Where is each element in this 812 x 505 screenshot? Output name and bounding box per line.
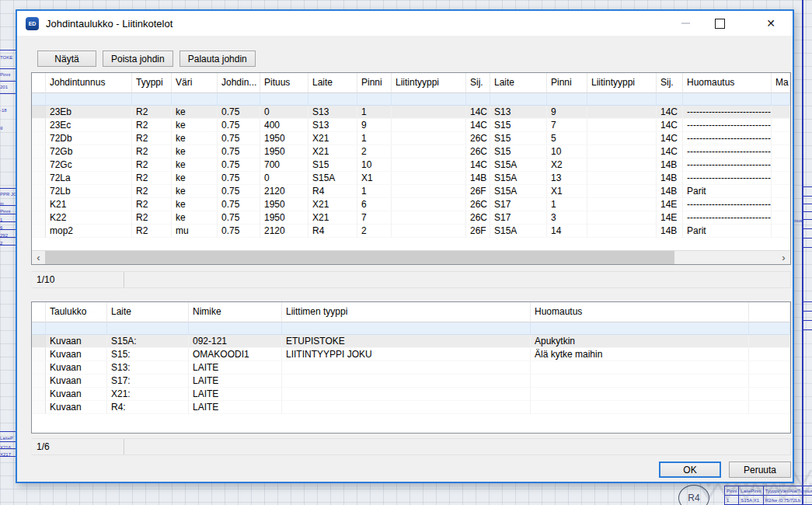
show-button[interactable]: Näytä	[37, 50, 96, 67]
column-header[interactable]: Liitintyyppi	[392, 73, 466, 93]
row-selector[interactable]	[32, 374, 46, 388]
column-header[interactable]: Pinni	[357, 73, 392, 93]
scrollbar-thumb[interactable]	[45, 251, 674, 264]
column-header[interactable]: Laite	[490, 73, 547, 93]
filter-cell[interactable]	[683, 93, 772, 106]
table-row[interactable]: 72DbR2ke0.751950X21126CS15514C----------…	[32, 132, 790, 145]
filter-cell[interactable]	[32, 322, 46, 335]
filter-cell[interactable]	[749, 322, 790, 335]
filter-cell[interactable]	[490, 93, 547, 106]
column-header[interactable]: Pituus	[260, 73, 308, 93]
column-header[interactable]: Liitintyyppi	[587, 73, 657, 93]
scroll-right-icon[interactable]: ›	[777, 251, 790, 264]
column-header[interactable]: Liittimen tyyppi	[282, 302, 531, 322]
column-header[interactable]: Johdin...	[218, 73, 260, 93]
scrollbar-track[interactable]	[45, 251, 777, 264]
column-header[interactable]: Laite	[308, 73, 357, 93]
table-row[interactable]: KuvaanS13:LAITE	[32, 361, 790, 374]
row-selector[interactable]	[32, 132, 46, 145]
titlebar[interactable]: ED Johdintaulukko - Liitinkotelot ✕	[17, 11, 793, 36]
cell: 0.75	[218, 119, 260, 132]
row-selector[interactable]	[32, 211, 46, 225]
cad-text-fragment: LaiteP	[0, 435, 16, 441]
close-button[interactable]: ✕	[754, 11, 788, 36]
cell	[772, 211, 790, 225]
row-selector[interactable]	[32, 145, 46, 158]
filter-cell[interactable]	[218, 93, 260, 106]
column-header[interactable]: Laite	[107, 302, 189, 322]
table-row[interactable]: KuvaanS15A:092-121ETUPISTOKEApukytkin	[32, 335, 790, 348]
filter-cell[interactable]	[32, 93, 46, 106]
filter-cell[interactable]	[657, 93, 683, 106]
row-selector[interactable]	[32, 119, 46, 132]
filter-cell[interactable]	[357, 93, 392, 106]
filter-cell[interactable]	[772, 93, 790, 106]
column-header[interactable]: Taulukko	[46, 302, 107, 322]
filter-cell[interactable]	[189, 322, 282, 335]
table-row[interactable]: KuvaanS17:LAITE	[32, 374, 790, 388]
filter-cell[interactable]	[308, 93, 357, 106]
column-header[interactable]: Tyyppi	[132, 73, 172, 93]
cell	[772, 145, 790, 158]
column-header[interactable]: Huomautus	[531, 302, 749, 322]
maximize-button[interactable]	[702, 11, 737, 36]
table-row[interactable]: 23EbR2ke0.750S13114CS13914C-------------…	[32, 106, 790, 119]
table-row[interactable]: K22R2ke0.751950X21726CS17314E-----------…	[32, 211, 790, 225]
column-header[interactable]: Huomautus	[683, 73, 772, 93]
column-header[interactable]: Väri	[172, 73, 218, 93]
ok-button[interactable]: OK	[659, 461, 721, 478]
cell: 14C	[657, 119, 683, 132]
filter-cell[interactable]	[46, 93, 132, 106]
filter-cell[interactable]	[531, 322, 749, 335]
table-row[interactable]: K21R2ke0.751950X21626CS17114E-----------…	[32, 198, 790, 211]
column-header[interactable]: Sij.	[466, 73, 490, 93]
column-header[interactable]: Nimike	[189, 302, 282, 322]
table-row[interactable]: 23EcR2ke0.75400S13914CS15714C-----------…	[32, 119, 790, 132]
minimize-button[interactable]	[668, 11, 702, 36]
table-row[interactable]: 72GcR2ke0.75700S151014CS15AX214B--------…	[32, 158, 790, 172]
row-selector[interactable]	[32, 225, 46, 238]
filter-cell[interactable]	[587, 93, 657, 106]
filter-cell[interactable]	[107, 322, 189, 335]
filter-cell[interactable]	[46, 322, 107, 335]
cell	[587, 106, 657, 119]
table-row[interactable]: mop2R2mu0.752120R4226FS15A1414BParit	[32, 225, 790, 238]
column-header[interactable]: Johdintunnus	[46, 73, 132, 93]
row-selector[interactable]	[32, 172, 46, 185]
cell: -----------------------------	[683, 158, 772, 172]
filter-row[interactable]	[32, 93, 790, 106]
row-selector[interactable]	[32, 185, 46, 198]
row-selector[interactable]	[32, 335, 46, 348]
table-row[interactable]: 72LaR2ke0.750S15AX114BS15A1314B---------…	[32, 172, 790, 185]
column-header[interactable]: Ma	[772, 73, 790, 93]
row-selector[interactable]	[32, 388, 46, 401]
filter-cell[interactable]	[547, 93, 587, 106]
filter-cell[interactable]	[392, 93, 466, 106]
cancel-button[interactable]: Peruuta	[729, 461, 791, 478]
table-row[interactable]: 72LbR2ke0.752120R4126FS15AX114BParit	[32, 185, 790, 198]
delete-wire-button[interactable]: Poista johdin	[103, 50, 173, 67]
row-selector[interactable]	[32, 198, 46, 211]
filter-row[interactable]	[32, 322, 790, 335]
table-row[interactable]: KuvaanS15:OMAKOODI1LIITINTYYPPI JOKUÄlä …	[32, 348, 790, 361]
cell	[587, 119, 657, 132]
horizontal-scrollbar[interactable]: ‹ ›	[32, 250, 790, 264]
table-row[interactable]: KuvaanX21:LAITE	[32, 388, 790, 401]
filter-cell[interactable]	[260, 93, 308, 106]
column-header[interactable]	[749, 302, 790, 322]
row-selector[interactable]	[32, 401, 46, 414]
table-row[interactable]: 72GbR2ke0.751950X21226CS151014C---------…	[32, 145, 790, 158]
row-selector[interactable]	[32, 106, 46, 119]
row-selector[interactable]	[32, 158, 46, 172]
filter-cell[interactable]	[172, 93, 218, 106]
filter-cell[interactable]	[466, 93, 490, 106]
scroll-left-icon[interactable]: ‹	[32, 251, 45, 264]
filter-cell[interactable]	[132, 93, 172, 106]
row-selector[interactable]	[32, 361, 46, 374]
restore-wire-button[interactable]: Palauta johdin	[179, 50, 256, 67]
column-header[interactable]: Pinni	[547, 73, 587, 93]
row-selector[interactable]	[32, 348, 46, 361]
filter-cell[interactable]	[282, 322, 531, 335]
column-header[interactable]: Sij.	[657, 73, 683, 93]
table-row[interactable]: KuvaanR4:LAITE	[32, 401, 790, 414]
